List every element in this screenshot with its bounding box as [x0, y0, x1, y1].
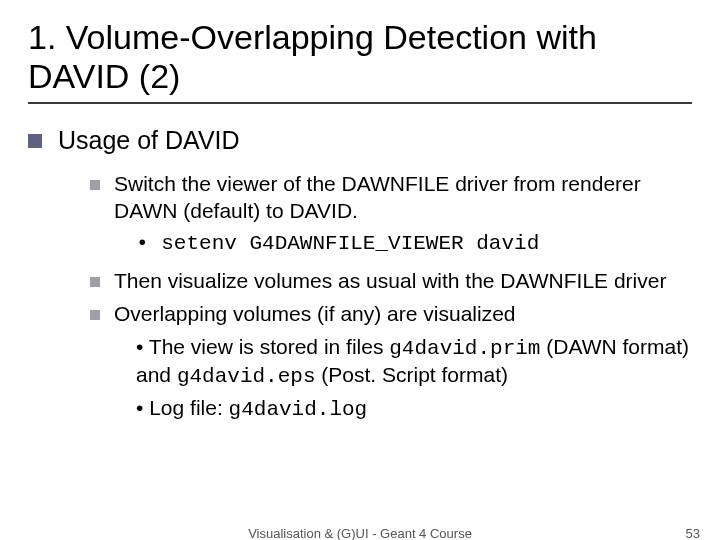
lvl3-text: The view is stored in files g4david.prim…	[136, 335, 689, 387]
lvl2-text: Overlapping volumes (if any) are visuali…	[114, 301, 516, 328]
title-rule	[28, 102, 692, 104]
footer-center-text: Visualisation & (G)UI - Geant 4 Course	[248, 526, 472, 540]
lvl2-text: Switch the viewer of the DAWNFILE driver…	[114, 171, 692, 225]
page-number: 53	[686, 526, 700, 540]
square-bullet-icon	[90, 277, 100, 287]
bullet-lvl3: The view is stored in files g4david.prim…	[136, 334, 692, 392]
bullet-lvl2: Switch the viewer of the DAWNFILE driver…	[90, 171, 692, 225]
square-bullet-icon	[90, 310, 100, 320]
code-fragment: g4david.eps	[177, 365, 316, 388]
slide-title: 1. Volume-Overlapping Detection with DAV…	[28, 18, 692, 96]
code-fragment: g4david.prim	[389, 337, 540, 360]
text-fragment: The view is stored in files	[149, 335, 389, 358]
text-fragment: Log file:	[149, 396, 228, 419]
lvl3-text: Log file: g4david.log	[136, 396, 367, 419]
code-fragment: g4david.log	[229, 398, 368, 421]
square-bullet-icon	[90, 180, 100, 190]
bullet-lvl1: Usage of DAVID	[28, 126, 692, 155]
lvl1-text: Usage of DAVID	[58, 126, 240, 155]
lvl2-text: Then visualize volumes as usual with the…	[114, 268, 666, 295]
bullet-lvl3: setenv G4DAWNFILE_VIEWER david	[136, 231, 692, 258]
lvl3-code: setenv G4DAWNFILE_VIEWER david	[136, 232, 539, 255]
bullet-lvl2: Then visualize volumes as usual with the…	[90, 268, 692, 295]
text-fragment: (Post. Script format)	[316, 363, 509, 386]
bullet-lvl2: Overlapping volumes (if any) are visuali…	[90, 301, 692, 328]
bullet-lvl3: Log file: g4david.log	[136, 395, 692, 424]
square-bullet-icon	[28, 134, 42, 148]
